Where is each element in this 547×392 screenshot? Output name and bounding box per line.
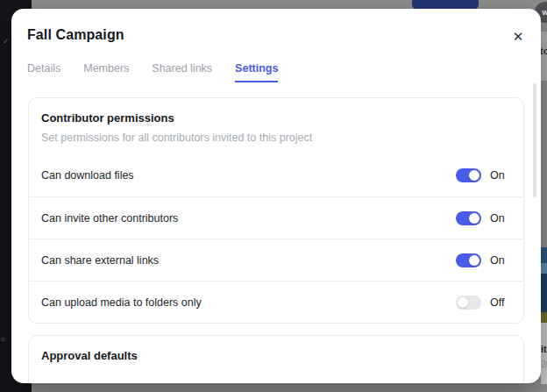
permission-row-invite: Can invite other contributors On	[29, 196, 523, 239]
toggle-state-label: Off	[490, 296, 511, 309]
section-heading: Approval defaults	[41, 349, 511, 363]
backdrop-text-fragment: 20	[541, 360, 547, 369]
sidebar-dot-icon: o	[1, 335, 4, 343]
section-description: Set permissions for all contributors inv…	[41, 131, 511, 145]
permission-label: Can download files	[41, 169, 456, 182]
tab-settings[interactable]: Settings	[235, 62, 278, 82]
backdrop-bottom-bar	[32, 384, 547, 392]
permission-rows: Can download files On Can invite other c…	[29, 154, 523, 323]
approval-defaults-card: Approval defaults	[28, 335, 524, 383]
backdrop-thumbnail-caption	[541, 312, 547, 323]
permission-label: Can invite other contributors	[41, 212, 456, 225]
section-heading: Contributor permissions	[41, 111, 511, 125]
toggle-state-label: On	[490, 212, 511, 225]
tab-bar: Details Members Shared links Settings	[27, 62, 278, 82]
tab-shared-links[interactable]: Shared links	[152, 62, 212, 82]
toggle-knob	[469, 213, 480, 224]
permission-label: Can upload media to folders only	[41, 296, 456, 309]
tab-details[interactable]: Details	[27, 62, 60, 82]
permission-row-share-links: Can share external links On	[29, 239, 523, 281]
backdrop-text-fragment: to	[541, 46, 547, 56]
toggle-state-label: On	[490, 169, 511, 182]
toggle-upload-folders-only[interactable]	[456, 296, 481, 310]
toggle-knob	[469, 170, 480, 181]
toggle-state-label: On	[490, 254, 511, 267]
backdrop-right-strip: to it 20	[541, 9, 547, 384]
permission-row-upload-folders: Can upload media to folders only Off	[29, 281, 523, 323]
tab-members[interactable]: Members	[83, 62, 129, 82]
permission-row-download: Can download files On	[29, 154, 523, 196]
close-icon[interactable]: ✕	[506, 24, 530, 48]
backdrop-text-fragment: it	[541, 344, 547, 354]
backdrop-thumbnail-stripe	[541, 263, 547, 274]
toggle-download-files[interactable]	[456, 168, 481, 182]
toggle-knob	[458, 297, 468, 308]
toggle-share-external-links[interactable]	[456, 253, 481, 267]
backdrop-band	[541, 32, 547, 81]
backdrop-thumbnail-lower	[541, 274, 547, 314]
toggle-knob	[469, 255, 480, 266]
toggle-invite-contributors[interactable]	[456, 211, 481, 225]
sidebar-check-icon: ✓	[3, 37, 10, 46]
page-title: Fall Campaign	[27, 27, 124, 43]
contributor-permissions-card: Contributor permissions Set permissions …	[28, 97, 524, 324]
project-settings-modal: Fall Campaign ✕ Details Members Shared l…	[11, 9, 541, 383]
permission-label: Can share external links	[41, 254, 456, 267]
modal-scrollbar[interactable]	[533, 83, 536, 197]
